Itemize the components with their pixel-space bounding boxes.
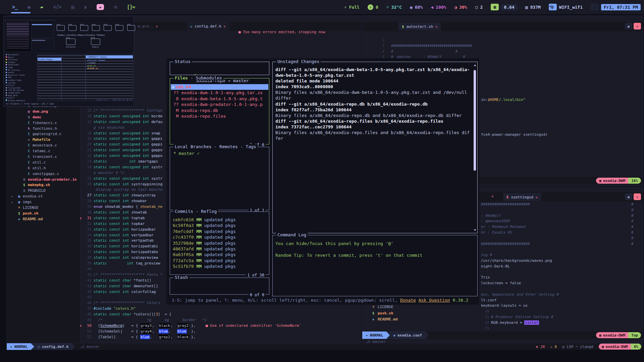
tree-item-transient.c[interactable]: Ctransient.c [7,154,79,160]
tree-item-functions.h[interactable]: hfunctions.h [7,126,79,132]
settings-icon[interactable]: ⚙ [114,4,117,10]
lazygit-window[interactable]: Status ✓ exodia-repo → master Files - Su… [166,58,479,305]
lazygit-stash-panel[interactable]: Stash 0 of 0 [170,278,269,295]
tree-item-push.sh[interactable]: $push.sh [368,310,435,317]
updates-module[interactable]: ↑0 [368,4,378,10]
tree-item-dwmc[interactable]: ≡dwmc [7,115,79,120]
tab-inactive[interactable]: m-pre.. ✕ [135,22,161,31]
tab-config-def-h[interactable]: ◇ config.def.h ✕ [187,22,229,31]
lazygit-commits-panel[interactable]: Commits - Reflog cebfc610 MM updated pkg… [170,212,269,275]
mini-folder-icon [104,25,112,31]
tree-item-makepkg.sh[interactable]: $makepkg.sh [7,182,79,188]
commit-row[interactable]: 6c50f0a3 MM updated pkgs [173,223,268,228]
tree-item-exodia-st[interactable]: ▸▣exodia-st [7,194,79,199]
browser-icon[interactable]: ◉ [28,4,30,10]
file-row[interactable]: ▼x86_64 [171,84,268,90]
microphone-module[interactable]: ◉68% [410,5,423,10]
file-icon: h [28,166,30,171]
scroll-up-icon[interactable]: ▲ [474,63,476,67]
battery-module[interactable]: ⚡Full [344,5,360,10]
place-icon [6,89,7,91]
tab-autostart-sh[interactable]: $ autostart.sh ✕ [398,22,441,31]
lazygit-cmdlog-panel[interactable]: Command Log You can hide/focus this pane… [272,235,478,296]
commit-row[interactable]: 5c51fb79 MM updated pkgs [173,263,268,269]
github-module[interactable]: ◯2 [475,5,483,10]
lazygit-branches-panel[interactable]: Local Branches - Remotes - Tags * master… [170,147,269,210]
tree-item-fibonacci.c[interactable]: Cfibonacci.c [7,120,79,126]
tab-close-icon[interactable]: ✕ [435,25,437,28]
chat-icon[interactable]: ◗ [84,4,87,10]
commit-row[interactable]: 352798de MM updated pkgs [173,240,268,246]
file-row[interactable]: M exodia-repo.files [171,113,268,119]
tree-item-README.md[interactable]: ◆README.md [368,316,435,323]
pane-item: README.md [87,67,98,70]
cpu-module[interactable]: ▦0.64 [491,4,517,10]
commit-row[interactable]: f72a7c5a MM updated pkgs [173,258,268,263]
tree-item-LICENSE[interactable]: ¤LICENSE [7,205,79,211]
clock-icon: ◔ [591,4,599,10]
tree-item-util.c[interactable]: Cutil.c [7,160,79,166]
file-row[interactable]: D exodia-dwm-beta-1.0-5-any.pkg.t [171,96,268,102]
tree-item-PKGBUILD[interactable]: ≡PKGBUILD [7,188,79,194]
tree-item-util.h[interactable]: hutil.h [7,166,79,171]
close-button[interactable]: ✕ [634,23,641,29]
scrollbar[interactable] [474,70,476,171]
host-icon: ▣ [602,345,604,349]
lazygit-files-panel[interactable]: Files - Submodules ▼x86_64?? exodia-dwm-… [170,78,269,144]
file-icon: ≡ [28,115,30,120]
file-row[interactable]: M exodia-repo.db [171,108,268,113]
file-row[interactable]: ?? exodia-dwm-predator-1.0-1-any.p [171,102,268,107]
files-icon[interactable]: ▰ [40,4,43,10]
tab-close-icon[interactable]: ✕ [491,194,494,198]
tree-item-dwm.png[interactable]: ▨dwm.png [7,109,79,115]
statusbar-text: 14 folders | Free space: 125.7 GiB [6,103,54,105]
tree-item-tatami.c[interactable]: Ctatami.c [7,148,79,154]
config-line: lt.conf [481,298,642,303]
file-row[interactable]: ?? exodia-dwm-1.0-1-any.pkg.tar.zs [171,90,268,96]
branch-row[interactable]: * master ✓ [173,150,269,156]
eye-button[interactable]: ◉ [625,193,632,200]
clock-module[interactable]: ◔Fri, 07:31 PM [591,4,641,10]
tree-item-imgs[interactable]: ▸▣imgs [7,199,79,205]
wifi-module[interactable]: WIFI_wifi [549,4,583,10]
scroll-down-icon[interactable]: ▼ [474,228,476,232]
tree-item-push.sh[interactable]: $push.sh [7,211,79,217]
commit-row[interactable]: 48637afd MM updated pkgs [173,246,268,252]
color-chip: blue [159,329,168,334]
tree-item-exodia-dwm-predator.in[interactable]: ≡exodia-dwm-predator.in [7,177,79,183]
tree-item-movestack.c[interactable]: Cmovestack.c [7,143,79,148]
media-icon[interactable]: ▶ [97,4,104,10]
config-line: lockscreen = false [481,281,642,286]
line-number: 24 [84,165,92,170]
terminal-icon[interactable]: >_ [12,4,17,10]
volume-module[interactable]: ◀100% [431,5,446,10]
commit-row[interactable]: 76efcddf MM updated pkgs [173,229,268,234]
tree-item-LICENSE[interactable]: ¤LICENSE [368,304,435,310]
layout-icon[interactable]: []= [127,4,135,10]
error-icon: ⊗ [536,345,538,349]
workspace-indicator[interactable] [11,12,31,13]
commit-row[interactable]: cebfc610 MM updated pkgs [173,217,268,223]
screenshot-preview-window[interactable]: /home/…/Exodia-Repos/Exodia-Themes Docum… [3,16,134,107]
ask-question-link[interactable]: Ask Question [419,298,450,303]
brightness-module[interactable]: ◑30% [454,5,467,10]
lazygit-status-panel[interactable]: Status ✓ exodia-repo → master [170,62,269,75]
commit-row[interactable]: c7c437f0 MM updated pkgs [173,234,268,240]
docs-icon[interactable]: ▤ [71,4,74,10]
tab-xsettingsd[interactable]: E xsettingsd ✕ [503,193,541,201]
tab-close-icon[interactable]: ✕ [224,24,226,28]
temperature-module[interactable]: ☼32°C [386,5,402,10]
eye-button[interactable]: ◉ [625,23,632,29]
donate-link[interactable]: Donate [400,298,416,303]
tree-item-vanitygaps.c[interactable]: Cvanitygaps.c [7,171,79,177]
tab-close-icon[interactable]: ✕ [156,24,158,28]
tree-item-README.md[interactable]: ◆README.md [7,217,79,222]
ram-module[interactable]: ▥937M [525,5,541,10]
commit-row[interactable]: 0a63f05a MM updated pkgs [173,252,268,257]
lazygit-diff-panel[interactable]: Unstaged Changes diff --git a/x86_64/exo… [272,62,478,233]
close-button[interactable]: ✕ [634,193,641,200]
tab-close-icon[interactable]: ✕ [536,195,538,199]
tree-item-gaplessgrid.c[interactable]: Cgaplessgrid.c [7,131,79,137]
tree-item-Makefile[interactable]: ◈Makefile [7,137,79,143]
code-icon[interactable]: </> [53,4,61,10]
